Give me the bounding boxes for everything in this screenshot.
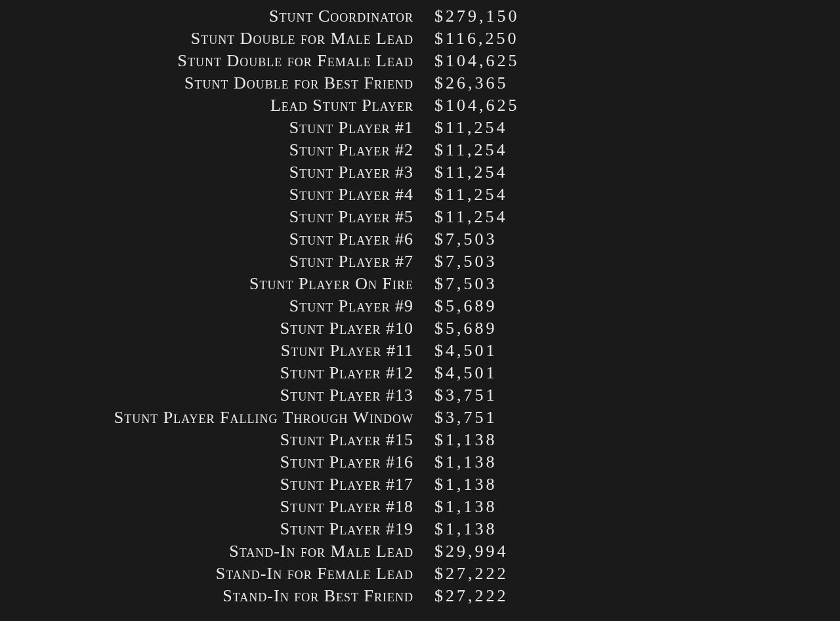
credit-row: Stunt Player #2$11,254 xyxy=(0,142,840,164)
credit-amount: $3,751 xyxy=(413,409,497,426)
credit-amount: $4,501 xyxy=(413,342,497,359)
credit-role: Stunt Player #1 xyxy=(0,119,413,136)
credit-role: Stunt Coordinator xyxy=(0,8,413,25)
credit-role: Stand-In for Best Friend xyxy=(0,588,413,605)
credit-row: Stunt Player #4$11,254 xyxy=(0,186,840,209)
credit-role: Stunt Player #17 xyxy=(0,476,413,493)
credit-row: Stand-In for Male Lead$29,994 xyxy=(0,543,840,565)
credit-row: Stunt Player #7$7,503 xyxy=(0,253,840,275)
credit-role: Stunt Player Falling Through Window xyxy=(0,409,413,426)
credit-amount: $116,250 xyxy=(413,30,519,47)
credit-row: Stunt Player #6$7,503 xyxy=(0,231,840,253)
credit-amount: $7,503 xyxy=(413,275,497,292)
credit-row: Stunt Coordinator$279,150 xyxy=(0,8,840,30)
credit-amount: $104,625 xyxy=(413,97,520,114)
credit-row: Stunt Player #13$3,751 xyxy=(0,387,840,409)
credit-role: Stunt Player #15 xyxy=(0,431,413,449)
credit-role: Stunt Double for Male Lead xyxy=(0,30,413,47)
credit-role: Lead Stunt Player xyxy=(0,97,413,114)
credit-row: Stunt Double for Male Lead$116,250 xyxy=(0,30,840,52)
credit-amount: $3,751 xyxy=(413,387,497,404)
credit-amount: $26,365 xyxy=(413,75,509,92)
credit-role: Stunt Player On Fire xyxy=(0,275,413,292)
credit-row: Stunt Player #15$1,138 xyxy=(0,431,840,454)
credit-amount: $1,138 xyxy=(413,498,497,515)
credit-role: Stand-In for Male Lead xyxy=(0,543,413,560)
credit-row: Stunt Player Falling Through Window$3,75… xyxy=(0,409,840,431)
credit-role: Stunt Player #13 xyxy=(0,387,413,404)
credit-role: Stunt Player #4 xyxy=(0,186,413,203)
credit-row: Stand-In for Best Friend$27,222 xyxy=(0,588,840,610)
credit-amount: $29,994 xyxy=(413,543,509,560)
credit-row: Stunt Player #11$4,501 xyxy=(0,342,840,365)
credit-amount: $1,138 xyxy=(413,431,497,449)
credit-row: Stunt Player #19$1,138 xyxy=(0,521,840,543)
credit-amount: $1,138 xyxy=(413,454,497,471)
credit-row: Lead Stunt Player$104,625 xyxy=(0,97,840,119)
credit-amount: $104,625 xyxy=(413,52,520,70)
credit-role: Stunt Player #10 xyxy=(0,320,413,337)
credit-role: Stunt Player #19 xyxy=(0,521,413,538)
credit-amount: $279,150 xyxy=(413,8,520,25)
credit-amount: $11,254 xyxy=(413,209,508,226)
credit-row: Stunt Player #17$1,138 xyxy=(0,476,840,498)
credit-role: Stunt Player #6 xyxy=(0,231,413,248)
credit-row: Stunt Double for Best Friend$26,365 xyxy=(0,75,840,97)
credit-amount: $7,503 xyxy=(413,253,497,270)
credit-amount: $5,689 xyxy=(413,298,497,315)
credit-amount: $5,689 xyxy=(413,320,497,337)
credit-row: Stunt Player #12$4,501 xyxy=(0,365,840,387)
credit-role: Stunt Player #5 xyxy=(0,209,413,226)
credit-row: Stunt Player #18$1,138 xyxy=(0,498,840,521)
credit-role: Stunt Double for Female Lead xyxy=(0,52,413,70)
credit-role: Stunt Player #7 xyxy=(0,253,413,270)
credit-role: Stunt Player #9 xyxy=(0,298,413,315)
credits-list: Stunt Coordinator$279,150Stunt Double fo… xyxy=(0,0,840,621)
credit-amount: $11,254 xyxy=(413,164,508,181)
credit-row: Stand-In for Female Lead$27,222 xyxy=(0,565,840,588)
credit-role: Stunt Player #2 xyxy=(0,142,413,159)
credit-row: Stunt Player On Fire$7,503 xyxy=(0,275,840,298)
credit-row: Stunt Player #1$11,254 xyxy=(0,119,840,142)
credit-amount: $11,254 xyxy=(413,119,508,136)
credit-row: Stunt Player #16$1,138 xyxy=(0,454,840,476)
credit-role: Stunt Player #11 xyxy=(0,342,413,359)
credit-amount: $4,501 xyxy=(413,365,497,382)
credit-amount: $11,254 xyxy=(413,186,508,203)
credit-role: Stunt Player #16 xyxy=(0,454,413,471)
credit-row: Stunt Player #5$11,254 xyxy=(0,209,840,231)
credit-amount: $27,222 xyxy=(413,588,509,605)
credit-row: Stunt Double for Female Lead$104,625 xyxy=(0,52,840,75)
credit-amount: $7,503 xyxy=(413,231,497,248)
credit-row: Stunt Player #9$5,689 xyxy=(0,298,840,320)
credit-amount: $1,138 xyxy=(413,476,497,493)
credit-amount: $1,138 xyxy=(413,521,497,538)
credit-role: Stand-In for Female Lead xyxy=(0,565,413,582)
credit-amount: $27,222 xyxy=(413,565,509,582)
credit-role: Stunt Double for Best Friend xyxy=(0,75,413,92)
credit-role: Stunt Player #18 xyxy=(0,498,413,515)
credit-row: Stunt Player #3$11,254 xyxy=(0,164,840,186)
credit-role: Stunt Player #3 xyxy=(0,164,413,181)
credit-role: Stunt Player #12 xyxy=(0,365,413,382)
credit-amount: $11,254 xyxy=(413,142,508,159)
credit-row: Stunt Player #10$5,689 xyxy=(0,320,840,342)
